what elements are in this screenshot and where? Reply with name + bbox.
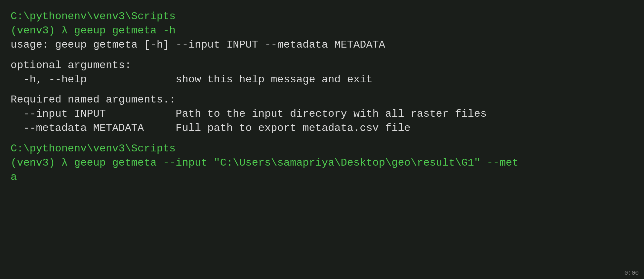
path-line-2: C:\pythonenv\venv3\Scripts	[11, 141, 633, 156]
input-arg-line: --input INPUT Path to the input director…	[11, 107, 633, 121]
spacer-1	[11, 52, 633, 58]
timestamp: 0:00	[624, 270, 639, 276]
help-flag-line: -h, --help show this help message and ex…	[11, 72, 633, 87]
terminal-content: C:\pythonenv\venv3\Scripts (venv3) λ gee…	[11, 9, 633, 184]
spacer-2	[11, 87, 633, 93]
spacer-3	[11, 136, 633, 141]
required-args-header: Required named arguments.:	[11, 93, 633, 107]
terminal-window: C:\pythonenv\venv3\Scripts (venv3) λ gee…	[0, 0, 644, 279]
usage-line: usage: geeup getmeta [-h] --input INPUT …	[11, 38, 633, 52]
prompt-line-2-part1: (venv3) λ geeup getmeta --input "C:\User…	[11, 156, 633, 170]
prompt-line-2-part2: a	[11, 170, 633, 184]
path-line-1: C:\pythonenv\venv3\Scripts	[11, 9, 633, 23]
optional-args-header: optional arguments:	[11, 58, 633, 72]
metadata-arg-line: --metadata METADATA Full path to export …	[11, 121, 633, 135]
prompt-line-1: (venv3) λ geeup getmeta -h	[11, 23, 633, 38]
